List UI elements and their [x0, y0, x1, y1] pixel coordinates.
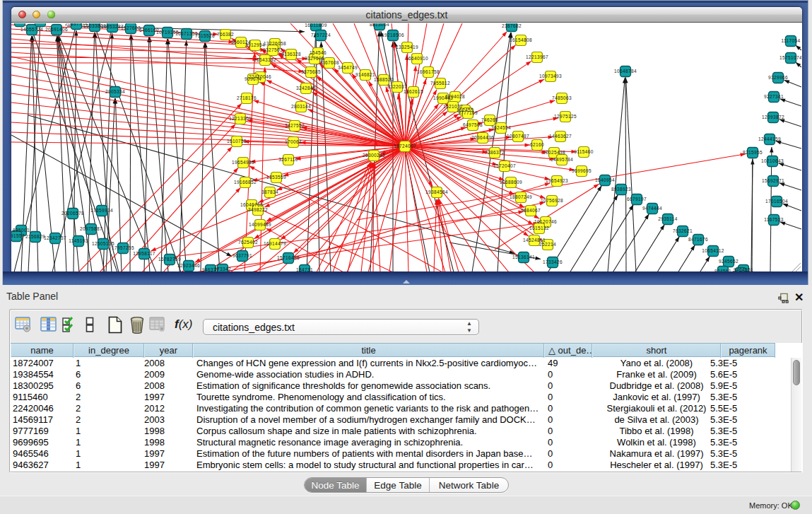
svg-text:3498222: 3498222 [248, 207, 268, 212]
svg-text:387834: 387834 [261, 189, 278, 194]
svg-text:62160: 62160 [530, 142, 544, 147]
svg-text:7625402: 7625402 [238, 240, 258, 245]
svg-text:19218506: 19218506 [382, 33, 404, 37]
svg-text:16961758: 16961758 [417, 69, 440, 74]
svg-text:9684067: 9684067 [521, 208, 541, 213]
svg-text:19654985: 19654985 [232, 160, 254, 165]
svg-text:16046768: 16046768 [240, 202, 263, 207]
svg-text:391557: 391557 [11, 233, 25, 238]
svg-text:16011809: 16011809 [305, 23, 327, 28]
svg-text:15720407: 15720407 [493, 163, 516, 168]
svg-text:3875685: 3875685 [301, 69, 321, 74]
svg-text:25300295: 25300295 [363, 153, 385, 158]
svg-text:252214: 252214 [539, 242, 556, 247]
svg-text:8938923: 8938923 [611, 187, 631, 192]
svg-text:3624554: 3624554 [491, 125, 511, 130]
svg-text:9699695: 9699695 [572, 168, 592, 173]
svg-text:18724007: 18724007 [394, 144, 416, 148]
svg-text:1362615: 1362615 [404, 89, 423, 94]
svg-text:10120746: 10120746 [534, 219, 557, 224]
svg-text:2367608: 2367608 [319, 60, 339, 65]
svg-text:17016504: 17016504 [765, 199, 788, 204]
svg-text:16782759: 16782759 [158, 257, 181, 262]
svg-text:9329966: 9329966 [768, 75, 788, 80]
svg-text:746266: 746266 [481, 117, 498, 122]
svg-text:1588520: 1588520 [374, 77, 394, 82]
svg-text:6679197: 6679197 [627, 197, 647, 201]
svg-text:2156829: 2156829 [25, 234, 45, 239]
svg-text:9327503: 9327503 [263, 47, 283, 52]
svg-text:6794028: 6794028 [445, 94, 465, 99]
svg-text:9115460: 9115460 [574, 149, 594, 154]
svg-text:9227341: 9227341 [764, 94, 784, 99]
svg-text:15136141: 15136141 [512, 255, 535, 259]
svg-text:20364436: 20364436 [471, 135, 494, 140]
svg-text:16154808: 16154808 [510, 37, 532, 42]
svg-text:2803144: 2803144 [291, 104, 311, 109]
svg-text:7386372: 7386372 [485, 150, 505, 155]
svg-text:3242845: 3242845 [296, 86, 316, 90]
svg-text:9637791: 9637791 [233, 253, 252, 258]
svg-text:1610755: 1610755 [227, 139, 247, 144]
svg-text:20691406: 20691406 [45, 27, 68, 32]
svg-text:15692971: 15692971 [762, 178, 784, 183]
svg-text:19384554: 19384554 [425, 189, 448, 194]
svg-text:7955812: 7955812 [430, 81, 450, 86]
svg-text:1640954: 1640954 [595, 177, 615, 182]
svg-text:2718176: 2718176 [237, 95, 257, 100]
svg-text:1733426: 1733426 [543, 259, 563, 264]
svg-text:15716485: 15716485 [277, 255, 300, 260]
svg-text:9245652: 9245652 [719, 259, 739, 264]
svg-text:10973493: 10973493 [539, 74, 562, 78]
svg-text:7515526: 7515526 [195, 33, 215, 38]
svg-text:9146821: 9146821 [355, 72, 375, 77]
svg-text:3427552: 3427552 [285, 123, 305, 128]
svg-text:1167533: 1167533 [764, 217, 784, 222]
svg-text:12444159: 12444159 [758, 136, 781, 141]
svg-text:3267110: 3267110 [278, 157, 298, 162]
svg-text:2935114: 2935114 [658, 216, 678, 221]
svg-text:13958117: 13958117 [133, 251, 155, 256]
svg-text:1117054: 1117054 [781, 38, 800, 43]
svg-text:14495784: 14495784 [551, 157, 573, 162]
svg-text:2387682: 2387682 [502, 23, 522, 28]
svg-text:10648784: 10648784 [614, 69, 637, 74]
svg-text:17957255: 17957255 [112, 245, 134, 250]
svg-text:12213309: 12213309 [229, 116, 252, 121]
svg-text:20206578: 20206578 [61, 211, 84, 216]
svg-text:3454749: 3454749 [338, 65, 358, 70]
svg-text:8215955: 8215955 [743, 150, 763, 155]
svg-text:10688609: 10688609 [500, 180, 522, 185]
svg-text:16640910: 16640910 [406, 56, 428, 61]
svg-text:8813054: 8813054 [370, 23, 389, 27]
svg-text:1615132: 1615132 [529, 226, 549, 230]
svg-text:10654112: 10654112 [702, 248, 724, 253]
svg-text:154546: 154546 [310, 50, 326, 55]
svg-text:909674: 909674 [245, 76, 261, 81]
svg-text:173342: 173342 [214, 267, 231, 271]
svg-text:8136328: 8136328 [281, 52, 301, 57]
svg-text:14055724: 14055724 [20, 27, 43, 32]
svg-text:14099489: 14099489 [249, 222, 271, 227]
svg-text:10210643: 10210643 [761, 158, 784, 163]
svg-text:8471676: 8471676 [688, 237, 708, 242]
svg-text:2905334: 2905334 [105, 89, 125, 94]
svg-text:12093872: 12093872 [762, 115, 784, 119]
svg-text:10807487: 10807487 [507, 134, 529, 139]
svg-text:3912954: 3912954 [245, 42, 265, 47]
svg-text:12975125: 12975125 [554, 114, 577, 119]
svg-text:1527602: 1527602 [121, 25, 141, 30]
svg-text:10756928: 10756928 [541, 198, 563, 203]
svg-text:13325419: 13325419 [396, 45, 418, 49]
svg-text:19166852: 19166852 [234, 180, 257, 185]
svg-text:14463627: 14463627 [549, 134, 572, 139]
svg-text:20975887: 20975887 [80, 226, 102, 231]
svg-text:18807249: 18807249 [510, 194, 532, 199]
svg-text:12213967: 12213967 [526, 54, 548, 59]
svg-text:13226058: 13226058 [264, 41, 286, 46]
svg-text:12923446: 12923446 [177, 263, 200, 268]
svg-text:7485063: 7485063 [552, 95, 572, 100]
svg-text:8322037: 8322037 [387, 84, 407, 89]
svg-text:12342737: 12342737 [44, 235, 66, 240]
svg-text:7632621: 7632621 [673, 228, 693, 233]
